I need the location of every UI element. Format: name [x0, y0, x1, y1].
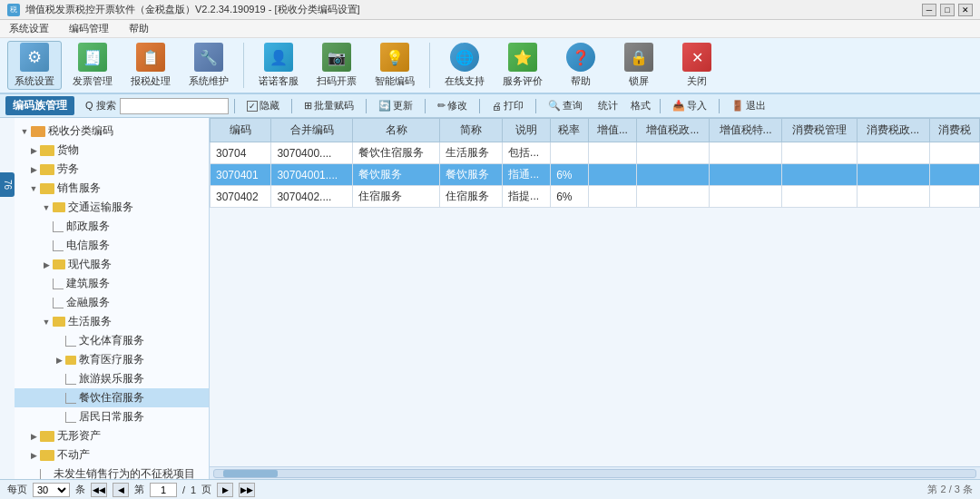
title-bar-controls[interactable]: ─ □ ✕	[922, 4, 973, 16]
batch-label: 批量赋码	[314, 99, 354, 113]
table-row[interactable]: 3070402 3070402.... 住宿服务 住宿服务 指提... 6%	[211, 186, 980, 208]
sep2	[291, 99, 292, 113]
expand-modern[interactable]: ▶	[40, 259, 53, 271]
tree-non-sales[interactable]: ▶ 未发生销售行为的不征税项目	[15, 465, 209, 479]
minimize-button[interactable]: ─	[922, 4, 936, 16]
toolbar-divider-1	[243, 43, 244, 88]
maximize-button[interactable]: □	[940, 4, 955, 16]
tool-smart[interactable]: 💡 智能编码	[368, 41, 422, 90]
tree-transport[interactable]: ▼ 交通运输服务	[15, 198, 209, 217]
exit-icon: 🚪	[731, 100, 744, 112]
table-row[interactable]: 3070401 30704001.... 餐饮服务 餐饮服务 指通... 6%	[211, 164, 980, 186]
tree-goods[interactable]: ▶ 货物	[15, 141, 209, 160]
close-window-button[interactable]: ✕	[958, 4, 973, 16]
update-button[interactable]: 🔄 更新	[372, 96, 419, 115]
tree-edu[interactable]: ▶ 教育医疗服务	[15, 350, 209, 369]
expand-edu[interactable]: ▶	[53, 354, 65, 367]
next-last-button[interactable]: ▶▶	[239, 483, 255, 497]
tool-maintain[interactable]: 🔧 系统维护	[181, 41, 236, 90]
cell-name-1: 餐饮服务	[353, 164, 440, 186]
search-input[interactable]	[120, 98, 229, 114]
tool-system-settings[interactable]: ⚙ 系统设置	[7, 41, 62, 90]
search-label: Q 搜索	[85, 99, 116, 113]
page-label-post: 页	[201, 483, 211, 496]
hscroll-thumb[interactable]	[223, 470, 278, 477]
batch-assign-button[interactable]: ⊞ 批量赋码	[298, 96, 360, 115]
horizontal-scrollbar[interactable]	[210, 466, 980, 479]
menu-help[interactable]: 帮助	[123, 20, 154, 37]
tree-root[interactable]: ▼ 税收分类编码	[15, 122, 209, 141]
tool-invoice[interactable]: 🧾 发票管理	[65, 41, 120, 90]
hide-button[interactable]: ✓ 隐藏	[240, 96, 286, 115]
query-button[interactable]: 🔍 查询	[542, 96, 589, 115]
sep3	[366, 99, 367, 113]
edge-tab[interactable]: 76	[0, 172, 15, 197]
tool-scan[interactable]: 📷 扫码开票	[309, 41, 364, 90]
cell-merge-0: 3070400....	[271, 142, 353, 164]
print-button[interactable]: 🖨 打印	[485, 96, 530, 115]
hide-checkbox[interactable]: ✓	[247, 101, 258, 112]
tool-help-label: 帮助	[571, 74, 591, 88]
tree-life[interactable]: ▼ 生活服务	[15, 312, 209, 331]
query-icon: 🔍	[548, 100, 561, 112]
tree-daily[interactable]: ▶ 居民日常服务	[15, 407, 209, 426]
cell-merge-2: 3070402....	[271, 186, 353, 208]
menu-code-mgmt[interactable]: 编码管理	[64, 20, 114, 37]
exit-button[interactable]: 🚪 退出	[725, 96, 772, 115]
table-row[interactable]: 30704 3070400.... 餐饮住宿服务 生活服务 包括...	[211, 142, 980, 164]
tree-intangible[interactable]: ▶ 无形资产	[15, 426, 209, 445]
tool-close[interactable]: ✕ 关闭	[670, 41, 724, 90]
tree-labor[interactable]: ▶ 劳务	[15, 160, 209, 179]
telecom-line	[53, 240, 64, 251]
tree-modern[interactable]: ▶ 现代服务	[15, 255, 209, 274]
next-button[interactable]: ▶	[217, 483, 233, 497]
tree-sales-service[interactable]: ▼ 销售服务	[15, 179, 209, 198]
cell-vats-0	[710, 142, 782, 164]
grid-label[interactable]: 格式	[627, 97, 654, 114]
tool-online[interactable]: 🌐 在线支持	[437, 41, 492, 90]
cell-vatp-1	[636, 164, 709, 186]
tool-tax[interactable]: 📋 报税处理	[123, 41, 178, 90]
per-page-select[interactable]: 30 50 100	[33, 483, 70, 497]
expand-goods[interactable]: ▶	[27, 144, 40, 157]
tree-catering[interactable]: ▶ 餐饮住宿服务	[15, 388, 209, 407]
hscroll-track[interactable]	[213, 469, 976, 478]
realestate-folder-icon	[40, 450, 54, 461]
tool-lock[interactable]: 🔒 锁屏	[612, 41, 666, 90]
close-icon: ✕	[682, 43, 711, 72]
prev-button[interactable]: ◀	[113, 483, 129, 497]
expand-root[interactable]: ▼	[18, 125, 31, 138]
tool-evaluate[interactable]: ⭐ 服务评价	[495, 41, 550, 90]
tree-finance[interactable]: ▶ 金融服务	[15, 293, 209, 312]
invoice-icon: 🧾	[78, 43, 107, 72]
tree-telecom[interactable]: ▶ 电信服务	[15, 236, 209, 255]
expand-realestate[interactable]: ▶	[27, 449, 40, 462]
title-bar-left: 税 增值税发票税控开票软件（金税盘版）V2.2.34.190919 - [税收分…	[7, 3, 360, 16]
current-page-input[interactable]	[150, 483, 177, 497]
tax-icon: 📋	[136, 43, 165, 72]
tree-culture[interactable]: ▶ 文化体育服务	[15, 331, 209, 350]
menu-system-settings[interactable]: 系统设置	[4, 20, 54, 37]
col-excise: 消费税	[929, 119, 979, 142]
cell-short-2: 住宿服务	[440, 186, 503, 208]
expand-sales-service[interactable]: ▼	[27, 182, 40, 195]
import-button[interactable]: 📥 导入	[666, 96, 713, 115]
tree-construction[interactable]: ▶ 建筑服务	[15, 274, 209, 293]
expand-life[interactable]: ▼	[40, 316, 53, 328]
hide-label: 隐藏	[260, 99, 279, 113]
tree-realestate[interactable]: ▶ 不动产	[15, 445, 209, 465]
tool-nuonuo[interactable]: 👤 诺诺客服	[251, 41, 306, 90]
col-merge-code: 合并编码	[271, 119, 353, 142]
expand-transport[interactable]: ▼	[40, 201, 53, 214]
tool-help[interactable]: ❓ 帮助	[554, 41, 608, 90]
tree-postal[interactable]: ▶ 邮政服务	[15, 217, 209, 236]
print-label: 打印	[504, 99, 524, 113]
expand-labor[interactable]: ▶	[27, 163, 40, 176]
cell-vats-2	[710, 186, 782, 208]
prev-page-button[interactable]: ◀◀	[91, 483, 107, 497]
tree-daily-label: 居民日常服务	[79, 409, 144, 425]
tree-travel[interactable]: ▶ 旅游娱乐服务	[15, 369, 209, 388]
modify-button[interactable]: ✏ 修改	[431, 96, 474, 115]
tree-finance-label: 金融服务	[66, 295, 110, 310]
expand-intangible[interactable]: ▶	[27, 430, 40, 443]
